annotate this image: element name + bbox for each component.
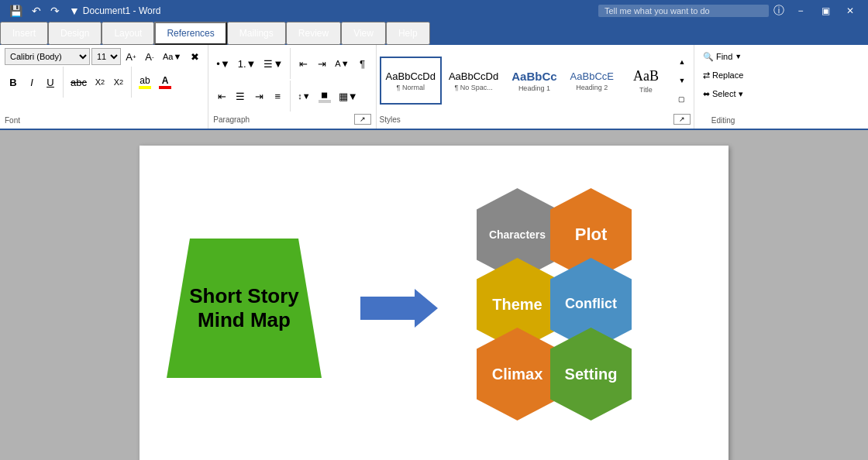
- trapezoid-line1: Short Story: [189, 284, 299, 307]
- tab-mailings[interactable]: Mailings: [227, 22, 286, 45]
- quick-access-toolbar: 💾 ↶ ↷ ▼: [6, 3, 83, 19]
- font-row2: B I U abc X2 X2 ab A: [5, 67, 203, 98]
- style-h1[interactable]: AaBbCc Heading 1: [505, 57, 563, 105]
- find-icon: 🔍: [703, 52, 714, 62]
- line-spacing-btn[interactable]: ↕▼: [294, 88, 313, 105]
- tab-help[interactable]: Help: [386, 22, 430, 45]
- shading-btn[interactable]: ◼: [315, 88, 334, 105]
- trapezoid-shape: Short Story Mind Map: [159, 231, 329, 386]
- customize-qat-button[interactable]: ▼: [66, 3, 83, 19]
- align-center-btn[interactable]: ☰: [232, 88, 249, 105]
- para-div1: [290, 48, 291, 79]
- decrease-font-btn[interactable]: A-: [141, 48, 158, 65]
- strikethrough-btn[interactable]: abc: [67, 74, 90, 91]
- paragraph-group-label: Paragraph ↗: [213, 113, 370, 125]
- styles-scroll-down[interactable]: ▼: [673, 73, 691, 88]
- bold-btn[interactable]: B: [5, 74, 22, 91]
- close-button[interactable]: ✕: [839, 2, 862, 19]
- style-h2-preview: AaBbCcE: [570, 70, 614, 82]
- find-dropdown-icon: ▼: [735, 53, 742, 60]
- style-title-name: Title: [639, 86, 653, 94]
- replace-label: Replace: [712, 70, 743, 80]
- change-case-btn[interactable]: Aa▼: [160, 48, 184, 65]
- hex-setting: Setting: [546, 324, 636, 424]
- divider2: [131, 67, 132, 98]
- style-h2-name: Heading 2: [576, 84, 608, 91]
- font-color-btn[interactable]: A: [156, 74, 174, 91]
- paragraph-label-text: Paragraph: [213, 115, 250, 124]
- svg-marker-7: [550, 328, 632, 421]
- styles-scroll-up[interactable]: ▲: [673, 54, 691, 70]
- arrow-svg: [360, 285, 438, 331]
- numbering-btn[interactable]: 1.▼: [235, 55, 260, 72]
- hex-grid: Characters Plot Theme: [469, 180, 709, 436]
- trapezoid-line2: Mind Map: [198, 308, 291, 331]
- style-h2[interactable]: AaBbCcE Heading 2: [564, 57, 620, 105]
- style-no-space[interactable]: AaBbCcDd ¶ No Spac...: [443, 57, 505, 105]
- tell-me-input[interactable]: [598, 5, 769, 17]
- align-left-btn[interactable]: ⇤: [213, 88, 230, 105]
- subscript-btn[interactable]: X2: [91, 74, 108, 91]
- tab-references[interactable]: References: [154, 22, 226, 45]
- clear-formatting-btn[interactable]: ✖: [186, 48, 203, 65]
- save-button[interactable]: 💾: [6, 3, 26, 19]
- editing-group-label: Editing: [699, 115, 747, 125]
- increase-font-btn[interactable]: A+: [122, 48, 140, 65]
- paragraph-dialog-btn[interactable]: ↗: [354, 114, 371, 125]
- style-title-preview: AaB: [633, 68, 659, 84]
- styles-more[interactable]: ▢: [673, 91, 691, 107]
- multilevel-btn[interactable]: ☰▼: [260, 55, 286, 72]
- bullets-btn[interactable]: •▼: [213, 55, 232, 72]
- minimize-button[interactable]: −: [789, 2, 812, 19]
- text-highlight-btn[interactable]: ab: [136, 74, 154, 91]
- ribbon-body: Calibri (Body) 11 A+ A- Aa▼ ✖ B I U abc …: [0, 45, 868, 130]
- divider: [63, 67, 64, 98]
- tab-review[interactable]: Review: [286, 22, 341, 45]
- increase-indent-btn[interactable]: ⇥: [313, 55, 330, 72]
- tab-insert[interactable]: Insert: [0, 22, 48, 45]
- document-area: Short Story Mind Map Characters: [0, 130, 868, 460]
- maximize-button[interactable]: ▣: [814, 2, 837, 19]
- find-button[interactable]: 🔍 Find ▼: [699, 48, 747, 65]
- find-label: Find: [716, 52, 732, 61]
- tab-layout[interactable]: Layout: [102, 22, 154, 45]
- window-title: Document1 - Word: [83, 5, 160, 16]
- font-family-select[interactable]: Calibri (Body): [5, 48, 90, 65]
- underline-btn[interactable]: U: [42, 74, 59, 91]
- undo-button[interactable]: ↶: [29, 3, 44, 19]
- show-hide-btn[interactable]: ¶: [354, 55, 371, 72]
- redo-button[interactable]: ↷: [47, 3, 63, 19]
- justify-btn[interactable]: ≡: [269, 88, 286, 105]
- align-right-btn[interactable]: ⇥: [250, 88, 267, 105]
- top-bar: 💾 ↶ ↷ ▼ Document1 - Word ⓘ − ▣ ✕: [0, 0, 868, 22]
- styles-gallery: AaBbCcDd ¶ Normal AaBbCcDd ¶ No Spac... …: [380, 48, 691, 125]
- ribbon-tabs: Insert Design Layout References Mailings…: [0, 22, 868, 45]
- sort-btn[interactable]: A▼: [332, 55, 352, 72]
- decrease-indent-btn[interactable]: ⇤: [294, 55, 312, 72]
- font-size-select[interactable]: 11: [91, 48, 121, 65]
- select-button[interactable]: ⬌ Select ▾: [699, 85, 747, 102]
- style-normal-preview: AaBbCcDd: [386, 70, 436, 82]
- font-row1: Calibri (Body) 11 A+ A- Aa▼ ✖: [5, 48, 203, 65]
- paragraph-group: •▼ 1.▼ ☰▼ ⇤ ⇥ A▼ ¶ ⇤ ☰ ⇥ ≡ ↕▼ ◼ ▦▼ Parag…: [208, 45, 376, 129]
- style-nospace-name: ¶ No Spac...: [454, 84, 492, 91]
- style-h1-preview: AaBbCc: [512, 70, 556, 83]
- style-title[interactable]: AaB Title: [621, 57, 671, 105]
- editing-group: 🔍 Find ▼ ⇄ Replace ⬌ Select ▾ Editing: [694, 45, 752, 129]
- style-h1-name: Heading 1: [518, 84, 550, 92]
- style-normal-name: ¶ Normal: [397, 84, 425, 91]
- borders-btn[interactable]: ▦▼: [336, 88, 361, 105]
- styles-group: AaBbCcDd ¶ Normal AaBbCcDd ¶ No Spac... …: [377, 45, 694, 129]
- styles-label-text: Styles: [380, 115, 401, 124]
- replace-icon: ⇄: [703, 70, 710, 81]
- styles-dialog-btn[interactable]: ↗: [673, 114, 691, 125]
- tab-design[interactable]: Design: [48, 22, 102, 45]
- italic-btn[interactable]: I: [23, 74, 40, 91]
- style-normal[interactable]: AaBbCcDd ¶ Normal: [380, 57, 442, 105]
- tab-view[interactable]: View: [341, 22, 386, 45]
- superscript-btn[interactable]: X2: [110, 74, 127, 91]
- replace-button[interactable]: ⇄ Replace: [699, 67, 747, 84]
- paragraph-row2: ⇤ ☰ ⇥ ≡ ↕▼ ◼ ▦▼: [213, 81, 370, 112]
- font-group: Calibri (Body) 11 A+ A- Aa▼ ✖ B I U abc …: [0, 45, 208, 129]
- styles-group-label: Styles ↗: [380, 113, 691, 125]
